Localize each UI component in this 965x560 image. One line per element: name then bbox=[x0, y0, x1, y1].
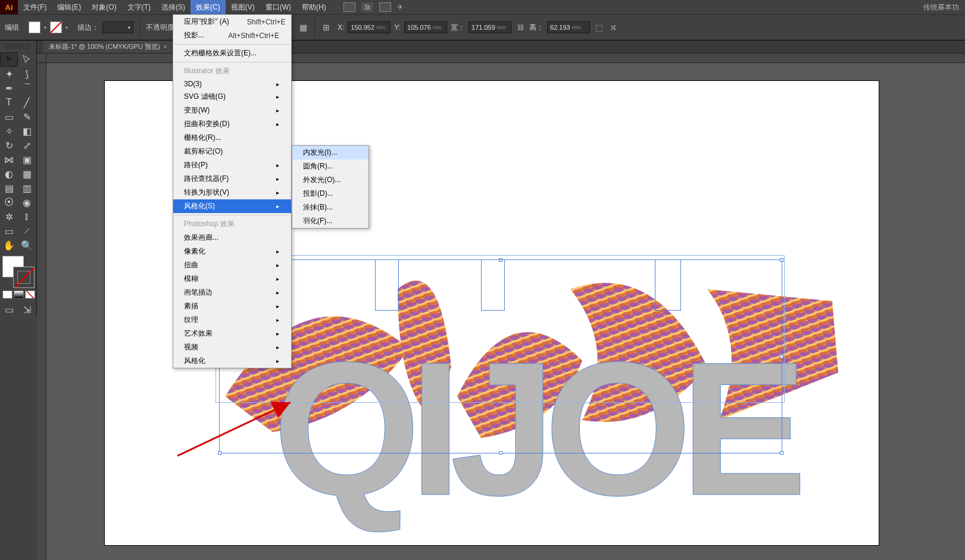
workspace-switcher[interactable]: 传统基本功 bbox=[923, 2, 965, 12]
menu-texture[interactable]: 纹理▸ bbox=[173, 313, 291, 327]
tab-document-1[interactable]: 未标题-1* @ 100% (CMYK/GPU 预览) × bbox=[43, 40, 173, 53]
menu-svg-filter[interactable]: SVG 滤镜(G)▸ bbox=[173, 90, 291, 104]
menu-type[interactable]: 文字(T) bbox=[122, 0, 156, 14]
close-icon[interactable]: × bbox=[164, 43, 167, 50]
menu-distort[interactable]: 扭曲和变换(D)▸ bbox=[173, 117, 291, 131]
scale-tool[interactable]: ⤢ bbox=[18, 138, 36, 152]
submenu-round-corners[interactable]: 圆角(R)... bbox=[292, 159, 368, 173]
blend-tool[interactable]: ◉ bbox=[18, 195, 36, 209]
submenu-inner-glow[interactable]: 内发光(I)... bbox=[292, 146, 368, 159]
none-mode-icon[interactable] bbox=[25, 290, 35, 299]
w-label: 宽： bbox=[451, 23, 465, 33]
type-tool[interactable]: T bbox=[0, 95, 18, 110]
x-input[interactable]: 150.952 mm bbox=[348, 21, 391, 33]
submenu-feather[interactable]: 羽化(F)... bbox=[292, 214, 368, 228]
y-input[interactable]: 105.076 mm bbox=[404, 21, 447, 33]
lasso-tool[interactable]: ⟆ bbox=[18, 67, 36, 81]
zoom-tool[interactable]: 🔍 bbox=[18, 238, 36, 252]
menu-artistic[interactable]: 艺术效果▸ bbox=[173, 327, 291, 340]
menu-path[interactable]: 路径(P)▸ bbox=[173, 158, 291, 172]
curvature-tool[interactable]: ⌒ bbox=[18, 81, 36, 95]
pen-tool[interactable]: ✒ bbox=[0, 81, 18, 95]
menu-3d[interactable]: 3D(3)▸ bbox=[173, 78, 291, 90]
link-wh-icon[interactable]: ⛓ bbox=[515, 22, 526, 33]
y-label: Y: bbox=[394, 23, 401, 32]
control-bar: 编组 ▾ ▾ 描边： ▾ 不透明度： 100%▾ 样式： ▾ ◉ ▦ ⊞ X: … bbox=[0, 14, 965, 40]
shape-flip-icon[interactable]: ⤭ bbox=[608, 22, 619, 33]
rotate-tool[interactable]: ↻ bbox=[0, 138, 18, 152]
eyedropper-tool[interactable]: ⦿ bbox=[0, 195, 18, 209]
transform-icon[interactable]: ⊞ bbox=[321, 22, 332, 33]
menu-convert-shape[interactable]: 转换为形状(V)▸ bbox=[173, 186, 291, 199]
menu-stylize-ps[interactable]: 风格化▸ bbox=[173, 354, 291, 368]
menu-apply-last[interactable]: 应用"投影" (A)Shift+Ctrl+E bbox=[173, 15, 291, 29]
publish-icon[interactable]: ✈ bbox=[397, 3, 403, 11]
menu-distort-ps[interactable]: 扭曲▸ bbox=[173, 258, 291, 272]
layout-icon[interactable] bbox=[343, 2, 355, 12]
shape-builder-tool[interactable]: ◐ bbox=[0, 167, 18, 181]
menu-sketch[interactable]: 素描▸ bbox=[173, 299, 291, 313]
graph-tool[interactable]: ⫿ bbox=[18, 209, 36, 224]
menu-blur[interactable]: 模糊▸ bbox=[173, 272, 291, 286]
menu-select[interactable]: 选择(S) bbox=[156, 0, 190, 14]
color-picker[interactable] bbox=[2, 256, 35, 288]
stroke-label: 描边： bbox=[77, 23, 99, 33]
menu-last-effect[interactable]: 投影...Alt+Shift+Ctrl+E bbox=[173, 29, 291, 42]
menu-help[interactable]: 帮助(H) bbox=[296, 0, 332, 14]
screen-mode-toggle[interactable]: ⇲ bbox=[18, 302, 36, 317]
effects-menu: 应用"投影" (A)Shift+Ctrl+E 投影...Alt+Shift+Ct… bbox=[173, 14, 292, 368]
submenu-outer-glow[interactable]: 外发光(O)... bbox=[292, 173, 368, 187]
stroke-color[interactable] bbox=[13, 267, 35, 288]
screen-mode-normal[interactable]: ▭ bbox=[0, 302, 18, 317]
slice-tool[interactable]: ⟋ bbox=[18, 224, 36, 238]
menu-pixelate[interactable]: 像素化▸ bbox=[173, 245, 291, 258]
artboard-tool[interactable]: ▭ bbox=[0, 224, 18, 238]
eraser-tool[interactable]: ◧ bbox=[18, 124, 36, 138]
h-input[interactable]: 62.193 mm bbox=[547, 21, 590, 33]
shape-transform-icon[interactable]: ⬚ bbox=[594, 22, 604, 33]
ruler-vertical[interactable] bbox=[37, 63, 46, 560]
arrange-icon[interactable] bbox=[379, 2, 391, 12]
selection-tool[interactable] bbox=[0, 52, 18, 67]
menu-warp[interactable]: 变形(W)▸ bbox=[173, 104, 291, 117]
rectangle-tool[interactable]: ▭ bbox=[0, 110, 18, 124]
color-mode-icon[interactable] bbox=[2, 290, 13, 299]
menu-doc-raster[interactable]: 文档栅格效果设置(E)... bbox=[173, 46, 291, 60]
menu-window[interactable]: 窗口(W) bbox=[260, 0, 296, 14]
stroke-swatch[interactable] bbox=[50, 21, 62, 33]
magic-wand-tool[interactable]: ✦ bbox=[0, 67, 18, 81]
perspective-tool[interactable]: ▦ bbox=[18, 167, 36, 181]
free-transform-tool[interactable]: ▣ bbox=[18, 152, 36, 167]
gradient-mode-icon[interactable] bbox=[14, 290, 24, 299]
mesh-tool[interactable]: ▤ bbox=[0, 181, 18, 195]
line-tool[interactable]: ╱ bbox=[18, 95, 36, 110]
submenu-drop-shadow[interactable]: 投影(D)... bbox=[292, 187, 368, 201]
menu-file[interactable]: 文件(F) bbox=[18, 0, 52, 14]
hand-tool[interactable]: ✋ bbox=[0, 238, 18, 252]
shaper-tool[interactable]: ✧ bbox=[0, 124, 18, 138]
stock-icon[interactable]: St bbox=[361, 2, 373, 12]
menu-effect[interactable]: 效果(C) bbox=[190, 0, 226, 14]
menu-gallery[interactable]: 效果画廊... bbox=[173, 231, 291, 245]
toolbox-grip[interactable] bbox=[6, 44, 30, 49]
direct-selection-tool[interactable] bbox=[18, 52, 36, 67]
symbol-sprayer-tool[interactable]: ✲ bbox=[0, 209, 18, 224]
menu-pathfinder[interactable]: 路径查找器(F)▸ bbox=[173, 172, 291, 186]
menu-brush-strokes[interactable]: 画笔描边▸ bbox=[173, 286, 291, 299]
width-tool[interactable]: ⋈ bbox=[0, 152, 18, 167]
align-icon[interactable]: ▦ bbox=[298, 22, 308, 33]
menu-object[interactable]: 对象(O) bbox=[86, 0, 121, 14]
ruler-origin[interactable] bbox=[37, 54, 46, 63]
fill-swatch[interactable] bbox=[29, 21, 40, 33]
menu-video[interactable]: 视频▸ bbox=[173, 340, 291, 354]
menu-edit[interactable]: 编辑(E) bbox=[52, 0, 86, 14]
menu-view[interactable]: 视图(V) bbox=[226, 0, 260, 14]
submenu-scribble[interactable]: 涂抹(B)... bbox=[292, 201, 368, 214]
paintbrush-tool[interactable]: ✎ bbox=[18, 110, 36, 124]
menu-stylize[interactable]: 风格化(S)▸ bbox=[173, 199, 291, 213]
w-input[interactable]: 171.059 mm bbox=[469, 21, 511, 33]
gradient-tool[interactable]: ▥ bbox=[18, 181, 36, 195]
stroke-weight-input[interactable]: ▾ bbox=[102, 21, 133, 33]
menu-rasterize[interactable]: 栅格化(R)... bbox=[173, 131, 291, 145]
menu-cropmarks[interactable]: 裁剪标记(O) bbox=[173, 145, 291, 158]
